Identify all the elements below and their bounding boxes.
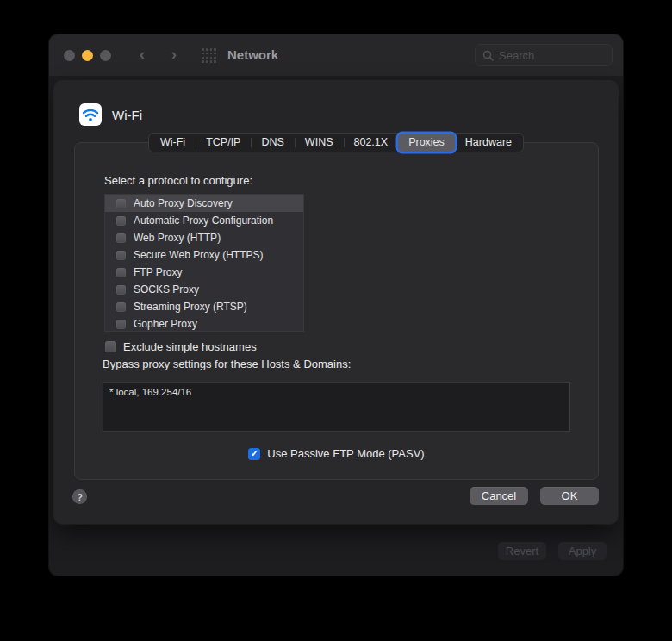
protocol-row-socks-proxy[interactable]: SOCKS Proxy xyxy=(105,281,303,298)
tab-hardware[interactable]: Hardware xyxy=(455,134,522,152)
window-title: Network xyxy=(227,47,278,62)
help-button[interactable]: ? xyxy=(72,489,87,504)
title-bar: ‹ › Network xyxy=(49,34,623,76)
protocol-list[interactable]: Auto Proxy Discovery Automatic Proxy Con… xyxy=(104,194,304,332)
checkbox-unchecked[interactable] xyxy=(116,320,126,329)
protocol-row-ftp-proxy[interactable]: FTP Proxy xyxy=(105,264,303,281)
protocol-row-web-proxy-http[interactable]: Web Proxy (HTTP) xyxy=(105,229,303,246)
ok-button[interactable]: OK xyxy=(540,487,599,505)
tab-proxies[interactable]: Proxies xyxy=(398,134,455,152)
tab-wins[interactable]: WINS xyxy=(295,134,344,152)
tab-bar: Wi-Fi TCP/IP DNS WINS 802.1X Proxies Har… xyxy=(148,133,524,152)
protocol-row-streaming-proxy-rtsp[interactable]: Streaming Proxy (RTSP) xyxy=(105,298,303,315)
search-input[interactable] xyxy=(499,49,605,62)
passive-ftp-label: Use Passive FTP Mode (PASV) xyxy=(267,447,424,460)
proxies-panel: Select a protocol to configure: Auto Pro… xyxy=(74,142,599,480)
protocol-row-label: Gopher Proxy xyxy=(134,318,197,330)
exclude-hostnames-checkbox[interactable] xyxy=(105,341,116,352)
service-name: Wi-Fi xyxy=(112,108,142,122)
forward-icon[interactable]: › xyxy=(165,45,183,65)
bypass-label: Bypass proxy settings for these Hosts & … xyxy=(103,358,351,370)
zoom-button[interactable] xyxy=(100,50,111,61)
minimize-button[interactable] xyxy=(82,50,93,61)
back-icon[interactable]: ‹ xyxy=(134,45,151,65)
close-button[interactable] xyxy=(64,50,75,61)
checkbox-unchecked[interactable] xyxy=(116,251,126,260)
checkbox-unchecked[interactable] xyxy=(116,233,126,243)
protocol-row-label: FTP Proxy xyxy=(134,266,182,278)
tab-8021x[interactable]: 802.1X xyxy=(344,134,399,152)
wifi-icon xyxy=(79,103,102,126)
protocol-row-automatic-proxy-configuration[interactable]: Automatic Proxy Configuration xyxy=(105,212,303,229)
checkbox-unchecked[interactable] xyxy=(116,268,126,277)
tab-tcpip[interactable]: TCP/IP xyxy=(196,134,251,152)
protocol-row-label: Web Proxy (HTTP) xyxy=(134,232,221,244)
bypass-hosts-textarea[interactable]: *.local, 169.254/16 xyxy=(103,382,570,432)
checkbox-unchecked[interactable] xyxy=(116,302,126,312)
checkbox-unchecked[interactable] xyxy=(116,285,126,295)
show-all-grid-icon[interactable] xyxy=(202,48,216,63)
search-field[interactable] xyxy=(475,44,613,66)
network-preferences-window: ‹ › Network Wi-Fi W xyxy=(49,34,623,576)
checkbox-unchecked[interactable] xyxy=(116,199,126,208)
protocol-list-label: Select a protocol to configure: xyxy=(104,174,252,187)
exclude-hostnames-label: Exclude simple hostnames xyxy=(123,340,257,353)
protocol-row-gopher-proxy[interactable]: Gopher Proxy xyxy=(105,315,303,333)
exclude-hostnames-row: Exclude simple hostnames xyxy=(105,340,257,353)
protocol-row-label: Automatic Proxy Configuration xyxy=(134,215,273,227)
revert-button: Revert xyxy=(498,542,546,560)
protocol-row-label: Streaming Proxy (RTSP) xyxy=(134,301,247,313)
passive-ftp-row: ✓ Use Passive FTP Mode (PASV) xyxy=(75,447,598,460)
tab-dns[interactable]: DNS xyxy=(251,134,294,152)
protocol-row-label: SOCKS Proxy xyxy=(134,283,199,296)
checkbox-unchecked[interactable] xyxy=(116,216,126,226)
cancel-button[interactable]: Cancel xyxy=(470,487,528,505)
protocol-row-label: Secure Web Proxy (HTTPS) xyxy=(134,249,263,261)
tab-wifi[interactable]: Wi-Fi xyxy=(150,134,196,152)
apply-button: Apply xyxy=(558,542,607,560)
proxies-sheet: Wi-Fi Wi-Fi TCP/IP DNS WINS 802.1X Proxi… xyxy=(54,81,618,524)
search-icon xyxy=(482,50,494,61)
protocol-row-auto-proxy-discovery[interactable]: Auto Proxy Discovery xyxy=(105,195,303,212)
passive-ftp-checkbox[interactable]: ✓ xyxy=(248,448,260,460)
protocol-row-secure-web-proxy-https[interactable]: Secure Web Proxy (HTTPS) xyxy=(105,246,303,264)
protocol-row-label: Auto Proxy Discovery xyxy=(134,197,233,209)
